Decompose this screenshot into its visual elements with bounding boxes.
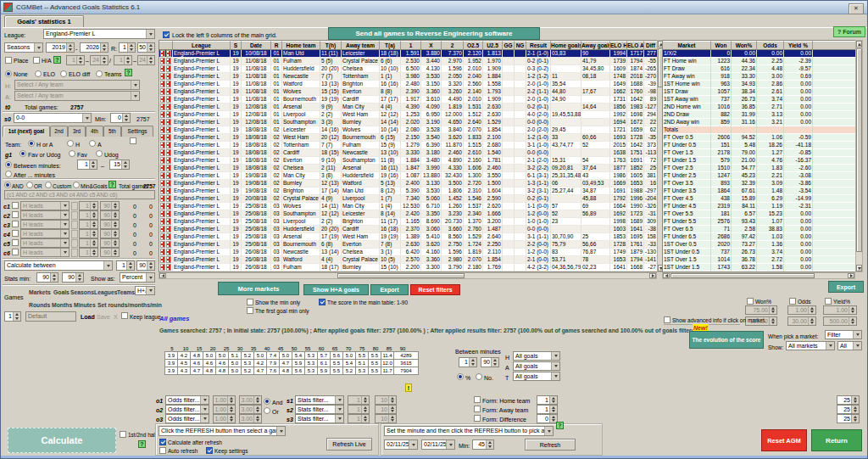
- column-header[interactable]: Away team: [342, 41, 380, 50]
- export-button[interactable]: Export: [370, 284, 409, 295]
- game-row[interactable]: England-Premier L1911/08/1801Fulham5 (5)…: [159, 58, 658, 65]
- condition-checkbox[interactable]: [12, 249, 19, 255]
- column-header[interactable]: Home team: [282, 41, 320, 50]
- scroll-right-icon[interactable]: [848, 273, 854, 278]
- evolution-of-score-button[interactable]: The evolution of the score: [689, 331, 764, 349]
- condition-to-spinner[interactable]: 90: [100, 220, 120, 229]
- condition-from-spinner[interactable]: 1: [79, 248, 98, 257]
- all-games-link[interactable]: All games: [159, 315, 189, 322]
- game-row[interactable]: England-Premier L1911/08/1801Huddersfiel…: [159, 65, 658, 73]
- pick-game-select[interactable]: Click the REFRESH button then select a g…: [159, 426, 286, 436]
- form-checkbox[interactable]: [474, 406, 481, 412]
- link-teams[interactable]: Teams: [117, 288, 135, 296]
- condition-to-spinner[interactable]: 90: [100, 238, 120, 248]
- scroll-right-icon[interactable]: [649, 273, 656, 278]
- mode-teams-radio[interactable]: [96, 70, 103, 77]
- condition-flag-box[interactable]: [71, 221, 78, 229]
- game-row[interactable]: England-Premier L1911/08/1801Bournemouth…: [159, 96, 658, 104]
- condition-flag-box[interactable]: [71, 230, 78, 238]
- ha-mode-select[interactable]: H+A: [135, 286, 155, 295]
- calc-from-spinner[interactable]: 1: [116, 260, 135, 271]
- odds-filter-select[interactable]: Odds filter...: [165, 395, 209, 405]
- bottom-between-to-spinner[interactable]: 90: [481, 357, 499, 367]
- show-all-select[interactable]: All: [837, 341, 862, 350]
- link-set-rounds[interactable]: Set rounds/months/min: [97, 301, 162, 309]
- export-markets-button[interactable]: Export: [828, 281, 864, 293]
- ha-to2-spinner[interactable]: 24: [137, 55, 155, 65]
- score-select[interactable]: 0-0: [14, 113, 92, 123]
- minute-spinner[interactable]: 45: [472, 439, 494, 450]
- season-from-spinner[interactable]: 2019: [46, 42, 75, 53]
- close-button[interactable]: ✕: [849, 3, 864, 14]
- condition-to-spinner[interactable]: 90: [100, 201, 120, 210]
- link-minutes[interactable]: Minutes: [74, 301, 96, 309]
- market-row[interactable]: FT Draw61622.344.48-9.57: [663, 65, 856, 73]
- game-row[interactable]: England-Premier L1926/08/1803Newcastle13…: [159, 249, 658, 256]
- logic-custom-radio[interactable]: [45, 182, 52, 188]
- season-to-spinner[interactable]: 2026: [80, 42, 108, 53]
- ha-checkbox[interactable]: [33, 57, 40, 64]
- scroll-left-icon[interactable]: [159, 273, 166, 278]
- odds-to-spinner[interactable]: 3.00: [239, 395, 262, 405]
- show-ha-goals-button[interactable]: Show H+A goals: [303, 284, 369, 295]
- column-header[interactable]: X: [421, 41, 442, 50]
- mode-none-radio[interactable]: [5, 70, 12, 77]
- date-to-select[interactable]: 02/11/25: [421, 439, 455, 450]
- condition-from-spinner[interactable]: 1: [79, 229, 98, 238]
- clear-preset-button[interactable]: X: [114, 313, 118, 321]
- round-to-spinner[interactable]: 50: [137, 42, 155, 53]
- market-row[interactable]: FT Under 0.51515.4818.26-41.18: [663, 142, 856, 149]
- after-minutes-radio[interactable]: [5, 171, 12, 177]
- column-header[interactable]: T(a): [380, 41, 401, 50]
- bottom-between-from-spinner[interactable]: 1: [459, 357, 477, 367]
- odds-to-spinner[interactable]: 3.00: [239, 414, 262, 423]
- condition-flag-box[interactable]: [71, 239, 78, 248]
- column-header[interactable]: GG: [503, 41, 515, 50]
- stats-to-spinner[interactable]: 10: [375, 414, 397, 423]
- condition-checkbox[interactable]: [12, 221, 19, 227]
- game-row[interactable]: England-Premier L1925/08/1803Huddersfiel…: [159, 226, 658, 233]
- column-header[interactable]: Yield %: [784, 41, 813, 50]
- market-row[interactable]: FT Home win122344.362.25-2.39: [663, 58, 856, 65]
- game-row[interactable]: England-Premier L1926/08/1803Watford4 (4…: [159, 256, 658, 264]
- market-row[interactable]: 1ST Over 0.5202073.271.360.00: [663, 241, 856, 249]
- help-icon[interactable]: ?: [125, 69, 132, 76]
- when-pick-market-select[interactable]: Filter: [825, 330, 862, 339]
- form-to-spinner[interactable]: 25: [837, 405, 860, 414]
- games-grid-horizontal-scrollbar[interactable]: [159, 272, 657, 279]
- column-header[interactable]: ELO H: [610, 41, 627, 50]
- calculate-button[interactable]: Calculate: [8, 428, 116, 453]
- a-goals-select[interactable]: All goals: [513, 361, 560, 371]
- odds-to-spinner2[interactable]: 30.00: [787, 316, 816, 326]
- auto-refresh-checkbox[interactable]: [159, 447, 166, 454]
- condition-to-spinner[interactable]: 90: [100, 229, 120, 238]
- half-checkbox[interactable]: [120, 431, 126, 438]
- column-header[interactable]: 1: [401, 41, 421, 50]
- game-row[interactable]: England-Premier L1910/08/1801Man Utd11 (…: [159, 50, 658, 58]
- form-checkbox[interactable]: [474, 415, 481, 422]
- market-row[interactable]: 2ND Home win101636.852.710.00: [663, 104, 856, 111]
- market-row[interactable]: FT Under 5.5257693.431.070.00: [663, 218, 856, 226]
- preset-number-spinner[interactable]: 1: [4, 311, 21, 322]
- column-header[interactable]: Home goals: [551, 41, 581, 50]
- column-header[interactable]: Result: [526, 41, 551, 50]
- scrollbar-thumb[interactable]: [670, 273, 815, 278]
- market-row[interactable]: 1ST Under 0.573726.733.740.00: [663, 249, 856, 256]
- calc-to-spinner[interactable]: 90: [136, 260, 155, 271]
- condition-from-spinner[interactable]: 1: [79, 201, 98, 210]
- market-row[interactable]: FT Over 1.5217879.001.27-0.85: [663, 149, 856, 157]
- markets-vertical-scrollbar[interactable]: [855, 40, 863, 272]
- condition-from-spinner[interactable]: 1: [79, 220, 98, 229]
- yield-from-spinner[interactable]: 1.00: [823, 305, 857, 315]
- tab-settings[interactable]: Settings: [121, 126, 153, 137]
- odds-filter-select[interactable]: Odds filter...: [165, 405, 209, 414]
- market-row[interactable]: FT Over 4.543815.896.29-14.99: [663, 195, 856, 203]
- odds-from-spinner2[interactable]: 1.00: [787, 305, 816, 315]
- won-from-spinner[interactable]: 75.00: [745, 305, 777, 315]
- refresh-live-button[interactable]: Refresh Live: [326, 438, 372, 451]
- tab-4th[interactable]: 4th: [86, 126, 103, 137]
- stats-to-spinner[interactable]: 10: [375, 405, 397, 414]
- away-team-select[interactable]: Select / Any team: [14, 91, 140, 101]
- advanced-info-checkbox[interactable]: [664, 316, 670, 323]
- team-a-radio[interactable]: [89, 140, 96, 147]
